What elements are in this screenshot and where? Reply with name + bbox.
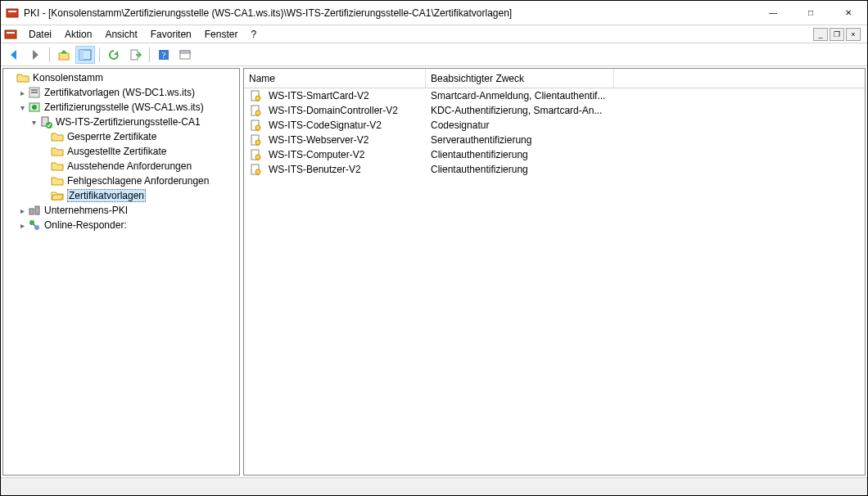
- close-button[interactable]: ✕: [830, 1, 867, 25]
- svg-rect-2: [5, 30, 16, 38]
- tree-label-selected: Zertifikatvorlagen: [67, 189, 146, 202]
- titlebar: PKI - [Konsolenstamm\Zertifizierungsstel…: [1, 1, 867, 25]
- refresh-button[interactable]: [104, 46, 124, 64]
- tree-pending[interactable]: Ausstehende Anforderungen: [3, 159, 239, 174]
- details-list[interactable]: Name Beabsichtigter Zweck WS-ITS-SmartCa…: [243, 68, 866, 476]
- folder-icon: [51, 160, 64, 173]
- statusbar: [1, 477, 867, 495]
- list-cell-purpose: Serverauthentifizierung: [426, 134, 614, 146]
- certificate-icon: [249, 148, 262, 161]
- menu-help[interactable]: ?: [244, 27, 263, 42]
- window-controls: — □ ✕: [754, 1, 867, 25]
- mdi-minimize-button[interactable]: _: [813, 28, 828, 41]
- svg-rect-19: [29, 209, 34, 214]
- list-row[interactable]: WS-ITS-DomainController-V2KDC-Authentifi…: [244, 103, 865, 118]
- mdi-close-button[interactable]: ×: [846, 28, 861, 41]
- menu-aktion[interactable]: Aktion: [58, 27, 98, 42]
- list-row[interactable]: WS-ITS-CodeSignatur-V2Codesignatur: [244, 118, 865, 133]
- svg-point-34: [255, 169, 260, 174]
- tree-cert-templates-dc1[interactable]: ▸ Zertifikatvorlagen (WS-DC1.ws.its): [3, 85, 239, 100]
- export-list-button[interactable]: [125, 46, 145, 64]
- list-cell-name: WS-ITS-Webserver-V2: [269, 134, 368, 146]
- minimize-button[interactable]: —: [754, 1, 792, 25]
- folder-open-icon: [51, 189, 64, 202]
- window-title: PKI - [Konsolenstamm\Zertifizierungsstel…: [24, 7, 754, 19]
- tree-ws-its-ca1[interactable]: ▾ WS-ITS-Zertifizierungsstelle-CA1: [3, 115, 239, 129]
- certificate-icon: [249, 119, 262, 132]
- folder-icon: [51, 130, 64, 143]
- certificate-icon: [249, 133, 262, 147]
- tree-label: Ausgestellte Zertifikate: [67, 146, 166, 157]
- certificate-icon: [249, 89, 262, 102]
- list-cell-name: WS-ITS-DomainController-V2: [269, 105, 398, 116]
- tree-issued[interactable]: Ausgestellte Zertifikate: [3, 144, 239, 159]
- forward-button[interactable]: [25, 46, 45, 64]
- list-row[interactable]: WS-ITS-SmartCard-V2Smartcard-Anmeldung, …: [244, 88, 865, 103]
- tree-failed[interactable]: Fehlgeschlagene Anforderungen: [3, 174, 239, 188]
- tree-label: Online-Responder:: [44, 219, 127, 231]
- list-header: Name Beabsichtigter Zweck: [244, 69, 865, 88]
- list-row[interactable]: WS-ITS-Computer-V2Clientauthentifizierun…: [244, 147, 865, 162]
- tree-label: Unternehmens-PKI: [44, 205, 128, 216]
- list-cell-name: WS-ITS-Computer-V2: [269, 149, 364, 160]
- console-tree[interactable]: Konsolenstamm ▸ Zertifikatvorlagen (WS-D…: [2, 68, 240, 476]
- collapse-icon[interactable]: ▾: [16, 103, 28, 112]
- help-button[interactable]: ?: [154, 46, 174, 64]
- tree-label: Konsolenstamm: [33, 72, 103, 83]
- tree-label: Ausstehende Anforderungen: [67, 160, 192, 172]
- new-window-button[interactable]: [175, 46, 195, 64]
- tree-ca-ws-ca1[interactable]: ▾ Zertifizierungsstelle (WS-CA1.ws.its): [3, 100, 239, 115]
- column-header-empty[interactable]: [614, 69, 865, 88]
- tree-root[interactable]: Konsolenstamm: [3, 70, 239, 85]
- tree-label: Zertifizierungsstelle (WS-CA1.ws.its): [44, 101, 204, 113]
- expand-icon[interactable]: ▸: [16, 88, 28, 97]
- server-ok-icon: [39, 115, 52, 129]
- ca-icon: [28, 101, 41, 114]
- maximize-button[interactable]: □: [792, 1, 830, 25]
- collapse-icon[interactable]: ▾: [28, 118, 39, 127]
- up-one-level-button[interactable]: [54, 46, 74, 64]
- tree-online-responder[interactable]: ▸ Online-Responder:: [3, 218, 239, 232]
- mdi-controls: _ ❐ ×: [813, 28, 864, 41]
- menu-datei[interactable]: Datei: [22, 27, 58, 42]
- list-row[interactable]: WS-ITS-Benutzer-V2Clientauthentifizierun…: [244, 162, 865, 177]
- menu-ansicht[interactable]: Ansicht: [98, 27, 143, 42]
- column-header-purpose[interactable]: Beabsichtigter Zweck: [426, 69, 614, 88]
- svg-rect-1: [8, 11, 16, 12]
- svg-rect-20: [35, 206, 39, 214]
- svg-point-16: [32, 105, 37, 110]
- folder-icon: [51, 145, 64, 158]
- svg-rect-14: [31, 92, 38, 93]
- svg-rect-6: [79, 50, 84, 60]
- list-cell-name: WS-ITS-CodeSignatur-V2: [269, 119, 382, 131]
- responder-icon: [28, 219, 41, 232]
- tree-cert-templates[interactable]: Zertifikatvorlagen: [3, 188, 239, 203]
- svg-rect-3: [7, 32, 15, 34]
- svg-point-30: [255, 140, 260, 145]
- svg-rect-4: [59, 53, 69, 60]
- menu-favoriten[interactable]: Favoriten: [144, 27, 198, 42]
- certificate-icon: [249, 163, 262, 176]
- column-header-name[interactable]: Name: [244, 69, 426, 88]
- svg-rect-13: [31, 89, 38, 91]
- list-row[interactable]: WS-ITS-Webserver-V2Serverauthentifizieru…: [244, 133, 865, 147]
- menu-fenster[interactable]: Fenster: [198, 27, 245, 42]
- expand-icon[interactable]: ▸: [16, 206, 28, 215]
- app-icon: [6, 7, 19, 20]
- mdi-restore-button[interactable]: ❐: [830, 28, 844, 41]
- certificate-icon: [249, 104, 262, 117]
- list-cell-name: WS-ITS-Benutzer-V2: [269, 164, 361, 175]
- tree-label: Zertifikatvorlagen (WS-DC1.ws.its): [44, 87, 195, 98]
- expand-icon[interactable]: ▸: [16, 221, 28, 230]
- list-cell-purpose: KDC-Authentifizierung, Smartcard-An...: [426, 105, 614, 116]
- tree-enterprise-pki[interactable]: ▸ Unternehmens-PKI: [3, 203, 239, 218]
- back-button[interactable]: [4, 46, 24, 64]
- show-hide-tree-button[interactable]: [75, 46, 95, 64]
- svg-text:?: ?: [162, 50, 166, 60]
- tree-revoked[interactable]: Gesperrte Zertifikate: [3, 129, 239, 144]
- mdi-app-icon: [4, 28, 17, 41]
- list-cell-purpose: Smartcard-Anmeldung, Clientauthentif...: [426, 90, 614, 101]
- pki-icon: [28, 204, 41, 217]
- certificate-template-icon: [28, 86, 41, 99]
- tree-label: Gesperrte Zertifikate: [67, 131, 156, 142]
